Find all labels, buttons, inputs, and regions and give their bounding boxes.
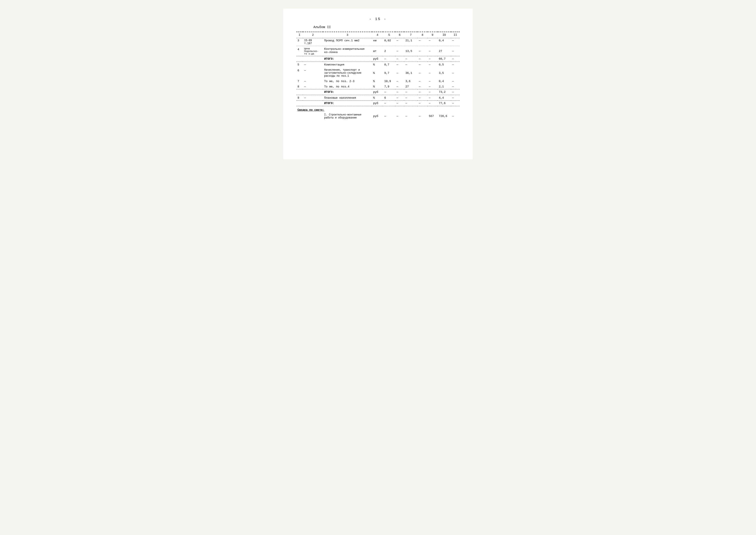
row6-ref: — — [303, 67, 323, 78]
svod1-col11: — — [451, 112, 460, 120]
row6-col8: — — [418, 67, 427, 78]
svod1-col5: — — [383, 112, 395, 120]
svod1-col7: — — [404, 112, 418, 120]
row7-unit: % — [372, 78, 383, 84]
itogo1-unit: руб — [372, 56, 383, 62]
svod1-col8: — — [418, 112, 427, 120]
row7-ref: — — [303, 78, 323, 84]
row5-col9: — — [427, 62, 438, 68]
itogo2-col10: 73,2 — [438, 89, 451, 95]
row3-col5: 0,02 — [383, 38, 395, 46]
row4-col10: 27 — [438, 46, 451, 56]
table-row: 9 — Плановые накопления % 6 — — — — 4,4 … — [296, 95, 460, 100]
svod1-col6: — — [395, 112, 404, 120]
itogo1-col6: — — [395, 56, 404, 62]
row3-desc: Провод ПСРП сеч.1 мм2 — [323, 38, 372, 46]
svod1-unit: руб — [372, 112, 383, 120]
row4-col8: — — [418, 46, 427, 56]
row9-unit: % — [372, 95, 383, 100]
itogo1-col5: — — [383, 56, 395, 62]
row9-col6: — — [395, 95, 404, 100]
row4-col5: 2 — [383, 46, 395, 56]
row9-col11: — — [451, 95, 460, 100]
row7-col5: 10,9 — [383, 78, 395, 84]
row3-ref: 15-09 т.187 — [303, 38, 323, 46]
row8-unit: % — [372, 84, 383, 89]
row9-num: 9 — [296, 95, 303, 100]
itogo1-col7: — — [404, 56, 418, 62]
itogo2-col8: — — [418, 89, 427, 95]
table-row: 8 — То же, по поз.4 % 7,9 — 27 — — 2,1 — — [296, 84, 460, 89]
itogo-row: ИТОГО: руб — — — — — 66,7 — — [296, 56, 460, 62]
itogo2-ref — [303, 89, 323, 95]
row5-num: 5 — [296, 62, 303, 68]
row9-col7: — — [404, 95, 418, 100]
row9-col5: 6 — [383, 95, 395, 100]
row7-col11: — — [451, 78, 460, 84]
row3-num: 3 — [296, 38, 303, 46]
itogo1-col11: — — [451, 56, 460, 62]
row4-col11: — — [451, 46, 460, 56]
header-col11: II — [451, 32, 460, 38]
itogo1-col9: — — [427, 56, 438, 62]
row6-col11: — — [451, 67, 460, 78]
table-row: 7 — То же, по поз. 2-3 % 10,9 — 3,6 — — … — [296, 78, 460, 84]
row8-col7: 27 — [404, 84, 418, 89]
table-row: 5 — Комплектация % 0,7 — — — — 0,5 — — [296, 62, 460, 68]
row4-unit: шт — [372, 46, 383, 56]
itogo1-col10: 66,7 — [438, 56, 451, 62]
row6-desc: Начисления, транспорт и заготовительно-с… — [323, 67, 372, 78]
row8-col9: — — [427, 84, 438, 89]
row5-col6: — — [395, 62, 404, 68]
row3-col7: 21,1 — [404, 38, 418, 46]
row3-col11: — — [451, 38, 460, 46]
itogo2-col11: — — [451, 89, 460, 95]
row9-col10: 4,4 — [438, 95, 451, 100]
itogo2-unit: руб — [372, 89, 383, 95]
itogo1-ref — [303, 56, 323, 62]
row5-col11: — — [451, 62, 460, 68]
svod1-col10: 728,6 — [438, 112, 451, 120]
row4-col7: 13,5 — [404, 46, 418, 56]
row6-num: 6 — [296, 67, 303, 78]
row3-col9: — — [427, 38, 438, 46]
row7-col9: — — [427, 78, 438, 84]
table-row: 3 15-09 т.187 Провод ПСРП сеч.1 мм2 км 0… — [296, 38, 460, 46]
table-row: 6 — Начисления, транспорт и заготовитель… — [296, 67, 460, 78]
itogo3-col7: — — [404, 100, 418, 106]
row7-col8: — — [418, 78, 427, 84]
page: - 15 - Альбом II I 2 3 4 5 6 7 — [283, 9, 473, 159]
row4-col6: — — [395, 46, 404, 56]
header-col8: 8 — [418, 32, 427, 38]
row5-col7: — — [404, 62, 418, 68]
row6-col10: 3,5 — [438, 67, 451, 78]
itogo3-col5: — — [383, 100, 395, 106]
itogo1-num — [296, 56, 303, 62]
page-number: - 15 - — [296, 17, 460, 21]
row9-desc: Плановые накопления — [323, 95, 372, 100]
row5-col10: 0,5 — [438, 62, 451, 68]
header-col3: 3 — [323, 32, 372, 38]
row9-col9: — — [427, 95, 438, 100]
header-col1: I — [296, 32, 303, 38]
row5-desc: Комплектация — [323, 62, 372, 68]
itogo1-desc: ИТОГО: — [323, 56, 372, 62]
itogo3-desc: ИТОГО: — [323, 100, 372, 106]
svod1-desc: I. Строительно-монтажные работы и оборуд… — [323, 112, 372, 120]
row6-col9: — — [427, 67, 438, 78]
row8-col11: — — [451, 84, 460, 89]
row5-unit: % — [372, 62, 383, 68]
itogo-row: ИТОГО: руб — — — — — 77,6 — — [296, 100, 460, 106]
itogo2-num — [296, 89, 303, 95]
row3-unit: км — [372, 38, 383, 46]
table-header-row: I 2 3 4 5 6 7 8 9 IO II — [296, 32, 460, 38]
row3-col8: — — [418, 38, 427, 46]
row8-col6: — — [395, 84, 404, 89]
itogo3-unit: руб — [372, 100, 383, 106]
row4-num: 4 — [296, 46, 303, 56]
itogo3-col10: 77,6 — [438, 100, 451, 106]
main-table: I 2 3 4 5 6 7 8 9 IO II 3 15-09 т.187 Пр… — [296, 32, 460, 120]
itogo3-col8: — — [418, 100, 427, 106]
row5-ref: — — [303, 62, 323, 68]
row4-col9: — — [427, 46, 438, 56]
